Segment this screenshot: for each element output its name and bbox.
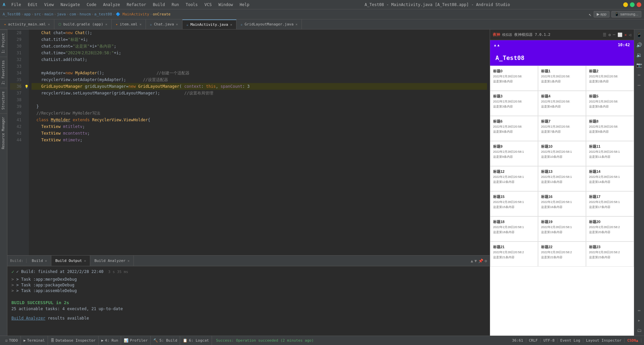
tab-build-analyzer[interactable]: Build Analyzer ✕	[90, 256, 134, 266]
grid-item-1[interactable]: 标题1 2022年2月28日20:58: 这是第1条内容	[538, 66, 586, 91]
tab-chat-java[interactable]: ☕ Chat.java ✕	[146, 19, 182, 29]
status-database-inspector[interactable]: 🗄 Database Inspector	[48, 336, 99, 345]
grid-item-15[interactable]: 标题15 2022年2月28日20:58:1 这是第15条内容	[490, 191, 538, 216]
cursor-icon[interactable]: ↖	[589, 12, 591, 17]
grid-item-17[interactable]: 标题17 2022年2月28日20:58:1 这是第17条内容	[586, 191, 634, 216]
status-crlf[interactable]: CRLF	[526, 338, 541, 343]
grid-item-20[interactable]: 标题20 2022年2月28日20:58:2 这是第20条内容	[586, 216, 634, 242]
status-coords[interactable]: 36:61	[509, 338, 526, 343]
menu-navigate[interactable]: Navigate	[59, 2, 82, 8]
scroll-up-icon[interactable]: ▲	[471, 259, 473, 263]
sidebar-item-resource-manager[interactable]: Resource Manager	[0, 113, 7, 152]
build-output-content[interactable]: ✓ ✓ Build: finished at 2022/2/28 22:40 3…	[7, 266, 490, 336]
grid-item-8[interactable]: 标题8 2022年2月28日20:58: 这是第8条内容	[586, 116, 634, 141]
grid-item-18[interactable]: 标题18 2022年2月28日20:58:1 这是第18条内容	[490, 216, 538, 242]
grid-item-19[interactable]: 标题19 2022年2月28日20:58:1 这是第19条内容	[538, 216, 586, 242]
rotate-icon[interactable]: ↔	[635, 306, 643, 314]
cut-icon[interactable]: ✂	[635, 71, 643, 79]
status-charset[interactable]: UTF-8	[541, 338, 557, 343]
menu-refactor[interactable]: Refactor	[125, 2, 148, 8]
menu-vcs[interactable]: VCS	[203, 2, 214, 8]
sidebar-item-project[interactable]: 1: Project	[0, 29, 7, 57]
minimize-button[interactable]	[623, 2, 628, 7]
tab-item-xml[interactable]: ✦ item.xml ✕	[112, 19, 146, 29]
status-profiler[interactable]: 📊 Profiler	[121, 336, 151, 345]
tab-mainactivity-java[interactable]: ☕ MainActivity.java ✕	[182, 19, 237, 29]
grid-item-7[interactable]: 标题7 2022年2月28日20:58: 这是第7条内容	[538, 116, 586, 141]
volume-down-icon[interactable]: 🔉	[635, 51, 643, 59]
scroll-down-icon[interactable]: ▼	[475, 259, 477, 263]
breadcrumb-main[interactable]: main	[45, 12, 54, 16]
breadcrumb-oncreate[interactable]: onCreate	[153, 12, 170, 16]
camera-icon[interactable]: 📷	[635, 61, 643, 69]
status-run[interactable]: ▶ 4: Run	[99, 336, 121, 345]
status-event-log[interactable]: Event Log	[557, 338, 583, 343]
app-run-config[interactable]: ▶ app	[594, 11, 609, 17]
status-terminal[interactable]: ▶ Terminal	[21, 336, 48, 345]
menu-analyze[interactable]: Analyze	[101, 2, 122, 8]
tab-activity-main-xml[interactable]: ✦ activity_main.xml ✕	[0, 19, 54, 29]
breadcrumb-mainactivity[interactable]: 🔷 MainActivity	[116, 12, 149, 16]
device-selector[interactable]: 📱 samsung...	[611, 11, 641, 17]
emulator-restore-icon[interactable]: ⬜	[618, 32, 623, 37]
breadcrumb-java[interactable]: java	[57, 12, 66, 16]
code-content[interactable]: Chat chat=new Chat(); chat.title="标题"+i;…	[29, 29, 490, 255]
code-editor[interactable]: 28 29 30 31 32 33 34 35 36 37 38 39 40 4…	[7, 29, 490, 255]
menu-tools[interactable]: Tools	[183, 2, 200, 8]
pin-icon[interactable]: 📌	[478, 259, 483, 263]
tab-build[interactable]: Build ✕	[28, 256, 51, 266]
close-button[interactable]	[637, 2, 641, 7]
breadcrumb-atest08[interactable]: a_test08	[94, 12, 112, 16]
collapse-icon[interactable]: ▸	[635, 316, 643, 324]
tab-close-build-gradle[interactable]: ✕	[105, 22, 107, 26]
breadcrumb-project[interactable]: A_Test08	[3, 12, 20, 16]
breadcrumb-app[interactable]: app	[24, 12, 31, 16]
build-output-tab-close[interactable]: ✕	[84, 259, 86, 263]
status-layout-inspector[interactable]: Layout Inspector	[583, 338, 625, 343]
tab-gridlayoutmanager-java[interactable]: ☕ GridLayoutManager.java ✕	[236, 19, 302, 29]
sidebar-item-favorites[interactable]: 2: Favorites	[0, 57, 7, 88]
volume-up-icon[interactable]: 🔊	[635, 41, 643, 49]
breadcrumb-hnucm[interactable]: hnucm	[79, 12, 91, 16]
grid-item-9[interactable]: 标题9 2022年2月28日20:58:1 这是第9条内容	[490, 141, 538, 166]
menu-view[interactable]: View	[42, 2, 56, 8]
tab-build-gradle[interactable]: ⬡ build.gradle (app) ✕	[54, 19, 112, 29]
tab-close-activity-main[interactable]: ✕	[48, 22, 50, 26]
grid-item-21[interactable]: 标题21 2022年2月28日20:58:2 这是第21条内容	[490, 242, 538, 267]
menu-window[interactable]: Window	[216, 2, 235, 8]
menu-run[interactable]: Run	[170, 2, 181, 8]
grid-item-23[interactable]: 标题23 2022年2月28日20:58:2 这是第23条内容	[586, 242, 634, 267]
tab-close-item-xml[interactable]: ✕	[140, 22, 142, 26]
grid-item-5[interactable]: 标题5 2022年2月28日20:58: 这是第5条内容	[586, 91, 634, 116]
build-analyzer-link[interactable]: Build Analyzer	[11, 316, 45, 321]
grid-item-11[interactable]: 标题11 2022年2月28日20:58:1 这是第11条内容	[586, 141, 634, 166]
emulator-settings-icon[interactable]: ⚙	[608, 32, 611, 37]
status-build[interactable]: 🔨 5: Build	[151, 336, 180, 345]
grid-item-0[interactable]: 标题0 2022年2月28日20:58: 这是第0条内容	[490, 66, 538, 91]
menu-help[interactable]: Help	[238, 2, 252, 8]
grid-item-6[interactable]: 标题6 2022年2月28日20:58: 这是第6条内容	[490, 116, 538, 141]
grid-item-3[interactable]: 标题3 2022年2月28日20:58: 这是第3条内容	[490, 91, 538, 116]
grid-item-22[interactable]: 标题22 2022年2月28日20:58:2 这是第22条内容	[538, 242, 586, 267]
explorer-icon[interactable]: 🗂	[635, 326, 643, 334]
more-icon[interactable]: ⋯	[635, 81, 643, 89]
tab-close-chat[interactable]: ✕	[176, 22, 178, 26]
tab-build-output[interactable]: Build Output ✕	[51, 256, 91, 266]
phone-icon[interactable]: 📱	[635, 31, 643, 39]
maximize-button[interactable]	[630, 2, 635, 7]
breadcrumb-com[interactable]: com	[69, 12, 76, 16]
emulator-minimize-icon[interactable]: ─	[613, 32, 615, 37]
phone-content[interactable]: 标题0 2022年2月28日20:58: 这是第0条内容 标题1 2022年2月…	[490, 66, 634, 336]
grid-item-10[interactable]: 标题10 2022年2月28日20:58:1 这是第10条内容	[538, 141, 586, 166]
menu-code[interactable]: Code	[85, 2, 98, 8]
build-tab-close[interactable]: ✕	[45, 259, 47, 263]
grid-item-4[interactable]: 标题4 2022年2月28日20:58: 这是第4条内容	[538, 91, 586, 116]
settings-icon[interactable]: ⚙	[485, 259, 487, 263]
grid-item-2[interactable]: 标题2 2022年2月28日20:58: 这是第2条内容	[586, 66, 634, 91]
grid-item-16[interactable]: 标题16 2022年2月28日20:58:1 这是第16条内容	[538, 191, 586, 216]
menu-edit[interactable]: Edit	[26, 2, 40, 8]
tab-close-mainactivity[interactable]: ✕	[230, 23, 232, 26]
breadcrumb-src[interactable]: src	[34, 12, 41, 16]
tab-close-gridlayoutmanager[interactable]: ✕	[296, 22, 298, 26]
build-analyzer-tab-close[interactable]: ✕	[127, 259, 129, 263]
